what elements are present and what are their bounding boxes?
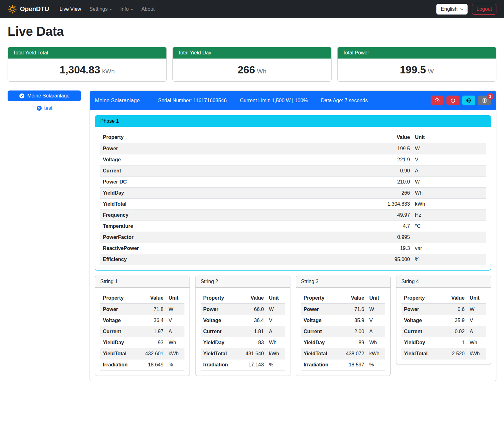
col-property: Property [301,293,340,304]
string-title: String 2 [196,276,290,288]
nav-item-settings[interactable]: Settings [85,4,116,15]
property-unit: Wh [367,337,385,348]
phase-card: Phase 1 Property Value Unit [95,115,491,271]
property-unit: % [166,359,185,371]
limit-settings-button[interactable] [431,96,444,105]
event-count-badge: 2 [487,93,494,100]
property-value: 199.5 [358,143,413,154]
table-row: YieldTotal 432.601 kWh [100,348,184,359]
table-row: Power DC 210.0 W [100,177,486,188]
table-row: PowerFactor 0.995 [100,232,486,243]
property-value: 18.649 [139,359,166,371]
nav-item-about[interactable]: About [137,4,159,15]
property-name: YieldTotal [301,348,340,359]
property-value: 71.6 [340,304,367,315]
property-value: 49.97 [358,210,413,221]
inverter-card-header: Meine Solaranlage Serial Number: 1161716… [90,91,496,110]
string-title: String 4 [396,276,491,288]
sun-icon [8,4,17,14]
table-header-row: Property Value Unit [401,293,486,304]
brand-link[interactable]: OpenDTU [8,4,49,14]
property-value: 17.143 [240,359,266,371]
table-row: Power 71.8 W [100,304,184,315]
property-value: 95.000 [358,254,413,265]
inverter-card: Meine Solaranlage Serial Number: 1161716… [90,90,496,381]
inverter-selector: Meine Solaranlage test [8,90,81,111]
card-unit: kWh [102,68,115,75]
inverter-select-label: Meine Solaranlage [27,93,69,99]
inverter-card-body: Phase 1 Property Value Unit [90,110,496,381]
property-name: YieldTotal [100,348,139,359]
string-card-1: String 1 Property Value Unit [95,276,190,376]
string-title: String 1 [95,276,190,288]
string-body: Property Value Unit Power [196,288,290,376]
navbar: OpenDTU Live View Settings Info About En… [0,0,504,18]
property-name: Power DC [100,177,358,188]
logout-button[interactable]: Logout [472,4,496,15]
table-row: Irradiation 18.649 % [100,359,184,371]
property-value: 0.995 [358,232,413,243]
property-value: 438.072 [340,348,367,359]
property-unit: W [467,304,486,315]
property-name: YieldDay [201,337,239,348]
event-log-wrap: 2 [478,96,491,105]
table-header-row: Property Value Unit [301,293,385,304]
property-value: 1.97 [139,326,166,337]
property-name: YieldTotal [100,199,358,210]
card-body: 199.5W [338,59,496,81]
property-unit: V [266,315,285,326]
inverter-select-button[interactable]: Meine Solaranlage [8,90,81,101]
property-name: Efficiency [100,254,358,265]
property-unit: A [266,326,285,337]
strings-grid: String 1 Property Value Unit [95,276,491,376]
card-unit: Wh [257,68,266,75]
property-value: 35.9 [340,315,367,326]
chevron-down-icon [131,9,133,10]
property-unit: Hz [413,210,486,221]
card-unit: W [428,68,434,75]
card-body: 1,304.83kWh [8,59,166,81]
property-name: YieldDay [100,188,358,199]
property-unit: V [467,315,486,326]
property-unit: kWh [166,348,185,359]
property-name: Irradiation [301,359,340,371]
table-row: YieldTotal 2.520 kWh [401,348,486,359]
table-row: YieldDay 89 Wh [301,337,385,348]
nav-item-live-view[interactable]: Live View [55,4,85,15]
nav-item-info[interactable]: Info [116,4,137,15]
property-name: Current [401,326,440,337]
table-row: Power 66.0 W [201,304,285,315]
string-body: Property Value Unit Power [95,288,190,376]
inverter-data-age: Data Age: 7 seconds [321,98,368,103]
property-unit: A [166,326,185,337]
string-title: String 3 [296,276,390,288]
navbar-right: English Logout [436,4,496,15]
cpu-icon [466,98,471,103]
language-select[interactable]: English [436,4,468,15]
property-unit: W [413,143,486,154]
property-name: Current [100,326,139,337]
table-row: Irradiation 18.597 % [301,359,385,371]
string-card-2: String 2 Property Value Unit [195,276,290,376]
property-name: Current [201,326,239,337]
string-table: Property Value Unit Power [100,293,184,371]
property-unit: % [367,359,385,371]
property-unit: A [367,326,385,337]
property-name: Irradiation [100,359,139,371]
property-name: Voltage [100,315,139,326]
col-unit: Unit [413,132,486,143]
property-value: 221.9 [358,154,413,165]
device-info-button[interactable] [462,96,475,105]
property-name: YieldDay [301,337,340,348]
property-value: 0.90 [358,165,413,177]
property-name: Current [100,165,358,177]
table-row: Current 0.90 A [100,165,486,177]
property-name: Frequency [100,210,358,221]
inverter-link-test[interactable]: test [8,105,81,111]
property-name: YieldDay [100,337,139,348]
property-name: YieldDay [401,337,440,348]
table-header-row: Property Value Unit [100,132,486,143]
power-button[interactable] [446,96,459,105]
total-power-card: Total Power 199.5W [337,47,496,82]
string-table: Property Value Unit Power [201,293,285,371]
